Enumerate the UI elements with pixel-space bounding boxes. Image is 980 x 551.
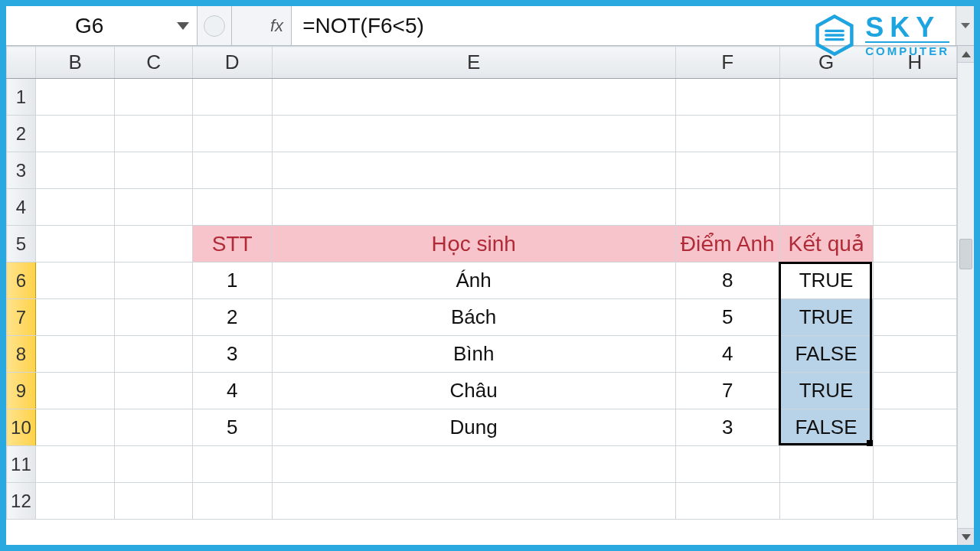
- cell-C11[interactable]: [115, 446, 192, 483]
- col-header-H[interactable]: H: [873, 47, 956, 79]
- cell-G11[interactable]: [779, 446, 873, 483]
- cell-E3[interactable]: [272, 152, 675, 189]
- cell-H6[interactable]: [873, 262, 956, 299]
- cell-D11[interactable]: [192, 446, 272, 483]
- cell-C7[interactable]: [115, 299, 192, 336]
- cell-F4[interactable]: [675, 189, 779, 226]
- cell-G1[interactable]: [779, 79, 873, 116]
- cell-D12[interactable]: [192, 483, 272, 520]
- cell-F6[interactable]: 8: [675, 262, 779, 299]
- row-header-10[interactable]: 10: [7, 409, 36, 446]
- formula-expand-button[interactable]: [956, 6, 974, 45]
- cell-G9[interactable]: TRUE: [779, 373, 873, 409]
- cell-F5[interactable]: Điểm Anh: [675, 226, 779, 262]
- cell-E12[interactable]: [272, 483, 675, 520]
- cell-G7[interactable]: TRUE: [779, 299, 873, 336]
- cell-F2[interactable]: [675, 116, 779, 152]
- cell-C1[interactable]: [115, 79, 192, 116]
- row-header-7[interactable]: 7: [7, 299, 36, 336]
- select-all-corner[interactable]: [7, 47, 36, 79]
- scroll-up-button[interactable]: [958, 46, 974, 63]
- cell-C2[interactable]: [115, 116, 192, 152]
- cell-E6[interactable]: Ánh: [272, 262, 675, 299]
- cell-H10[interactable]: [873, 409, 956, 446]
- formula-input[interactable]: =NOT(F6<5): [292, 6, 956, 45]
- row-header-2[interactable]: 2: [7, 116, 36, 152]
- cell-E4[interactable]: [272, 189, 675, 226]
- cell-D6[interactable]: 1: [192, 262, 272, 299]
- cell-B4[interactable]: [35, 189, 114, 226]
- cell-B6[interactable]: [35, 262, 114, 299]
- cell-H3[interactable]: [873, 152, 956, 189]
- cell-F8[interactable]: 4: [675, 336, 779, 373]
- col-header-G[interactable]: G: [779, 47, 873, 79]
- cell-G3[interactable]: [779, 152, 873, 189]
- row-header-11[interactable]: 11: [7, 446, 36, 483]
- cell-D5[interactable]: STT: [192, 226, 272, 262]
- cell-D9[interactable]: 4: [192, 373, 272, 409]
- cell-G8[interactable]: FALSE: [779, 336, 873, 373]
- cell-H9[interactable]: [873, 373, 956, 409]
- cell-G2[interactable]: [779, 116, 873, 152]
- cancel-icon[interactable]: [204, 15, 225, 37]
- cell-E5[interactable]: Học sinh: [272, 226, 675, 262]
- row-header-3[interactable]: 3: [7, 152, 36, 189]
- cell-E11[interactable]: [272, 446, 675, 483]
- cell-H4[interactable]: [873, 189, 956, 226]
- cell-B12[interactable]: [35, 483, 114, 520]
- col-header-F[interactable]: F: [675, 47, 779, 79]
- cell-E1[interactable]: [272, 79, 675, 116]
- cell-F11[interactable]: [675, 446, 779, 483]
- fx-icon[interactable]: fx: [232, 6, 292, 45]
- cell-C3[interactable]: [115, 152, 192, 189]
- cell-H2[interactable]: [873, 116, 956, 152]
- cell-G10[interactable]: FALSE: [779, 409, 873, 446]
- name-box[interactable]: G6: [6, 6, 198, 45]
- vertical-scrollbar[interactable]: [957, 46, 974, 545]
- cell-C4[interactable]: [115, 189, 192, 226]
- cell-C12[interactable]: [115, 483, 192, 520]
- cell-C9[interactable]: [115, 373, 192, 409]
- cell-F1[interactable]: [675, 79, 779, 116]
- cell-B7[interactable]: [35, 299, 114, 336]
- row-header-5[interactable]: 5: [7, 226, 36, 262]
- cell-C10[interactable]: [115, 409, 192, 446]
- scroll-thumb[interactable]: [959, 239, 972, 269]
- scroll-track[interactable]: [958, 63, 974, 528]
- cell-D7[interactable]: 2: [192, 299, 272, 336]
- cell-G5[interactable]: Kết quả: [779, 226, 873, 262]
- cell-H11[interactable]: [873, 446, 956, 483]
- cell-E10[interactable]: Dung: [272, 409, 675, 446]
- cell-D10[interactable]: 5: [192, 409, 272, 446]
- row-header-1[interactable]: 1: [7, 79, 36, 116]
- cell-H7[interactable]: [873, 299, 956, 336]
- cell-H12[interactable]: [873, 483, 956, 520]
- cell-G4[interactable]: [779, 189, 873, 226]
- row-header-8[interactable]: 8: [7, 336, 36, 373]
- col-header-E[interactable]: E: [272, 47, 675, 79]
- cell-D3[interactable]: [192, 152, 272, 189]
- row-header-9[interactable]: 9: [7, 373, 36, 409]
- cell-F7[interactable]: 5: [675, 299, 779, 336]
- cell-E2[interactable]: [272, 116, 675, 152]
- cell-F9[interactable]: 7: [675, 373, 779, 409]
- cell-H8[interactable]: [873, 336, 956, 373]
- name-box-dropdown-icon[interactable]: [177, 22, 189, 30]
- cell-B11[interactable]: [35, 446, 114, 483]
- cell-D1[interactable]: [192, 79, 272, 116]
- cell-B1[interactable]: [35, 79, 114, 116]
- col-header-B[interactable]: B: [35, 47, 114, 79]
- col-header-D[interactable]: D: [192, 47, 272, 79]
- row-header-4[interactable]: 4: [7, 189, 36, 226]
- row-header-6[interactable]: 6: [7, 262, 36, 299]
- cell-B3[interactable]: [35, 152, 114, 189]
- cell-G6[interactable]: TRUE: [779, 262, 873, 299]
- cell-B9[interactable]: [35, 373, 114, 409]
- cell-H5[interactable]: [873, 226, 956, 262]
- cell-B5[interactable]: [35, 226, 114, 262]
- cell-D8[interactable]: 3: [192, 336, 272, 373]
- cell-E8[interactable]: Bình: [272, 336, 675, 373]
- cell-D4[interactable]: [192, 189, 272, 226]
- cell-B8[interactable]: [35, 336, 114, 373]
- cell-C6[interactable]: [115, 262, 192, 299]
